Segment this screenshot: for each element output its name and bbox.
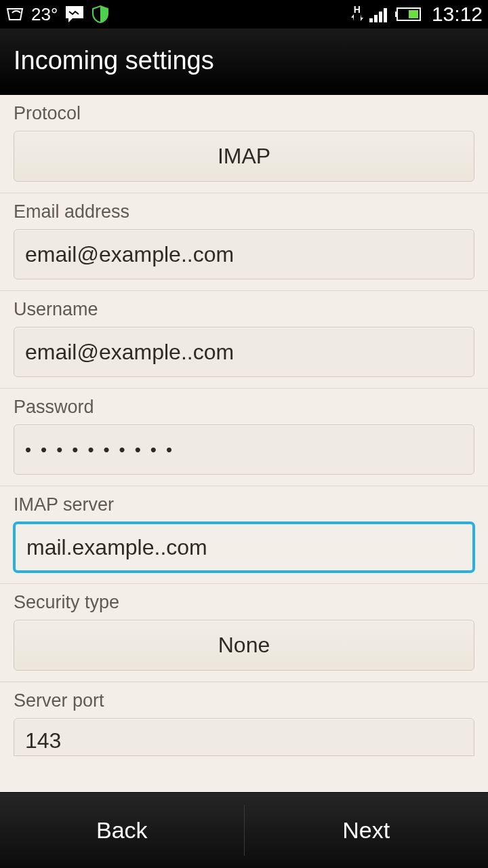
svg-rect-3 [384,8,387,22]
svg-rect-6 [409,10,418,18]
section-imap-server: IMAP server [0,486,488,584]
password-field[interactable] [14,425,474,475]
imap-server-field[interactable] [14,522,474,572]
svg-rect-0 [369,18,373,22]
eco-leaf-icon [5,6,24,22]
status-clock: 13:12 [429,3,483,26]
protocol-spinner[interactable]: IMAP [14,131,474,182]
label-email: Email address [14,201,474,222]
username-field[interactable] [14,327,474,377]
svg-rect-1 [374,15,378,22]
svg-rect-2 [379,12,382,22]
messenger-icon [64,5,85,24]
section-server-port: Server port [0,682,488,756]
network-type-label: H [354,6,361,13]
status-right: H 13:12 [350,3,483,26]
section-password: Password [0,389,488,486]
section-username: Username [0,291,488,389]
section-security-type: Security type None [0,584,488,682]
section-email: Email address [0,193,488,291]
shield-icon [92,5,109,24]
label-imap-server: IMAP server [14,494,474,515]
signal-icon [369,6,390,22]
label-security-type: Security type [14,592,474,613]
status-left: 23° [5,4,109,25]
page-title: Incoming settings [14,46,474,75]
security-type-spinner[interactable]: None [14,620,474,671]
email-field[interactable] [14,229,474,279]
label-username: Username [14,299,474,320]
page-header: Incoming settings [0,28,488,95]
label-server-port: Server port [14,690,474,711]
section-protocol: Protocol IMAP [0,95,488,193]
label-protocol: Protocol [14,103,474,124]
status-temperature: 23° [31,4,58,25]
form-content: Protocol IMAP Email address Username Pas… [0,95,488,792]
server-port-field[interactable] [14,718,474,756]
svg-rect-5 [395,12,397,17]
battery-icon [395,7,424,22]
data-network-icon: H [350,6,364,22]
back-button[interactable]: Back [0,793,244,868]
status-bar: 23° H 13:12 [0,0,488,28]
next-button[interactable]: Next [245,793,489,868]
footer-bar: Back Next [0,792,488,868]
label-password: Password [14,397,474,418]
